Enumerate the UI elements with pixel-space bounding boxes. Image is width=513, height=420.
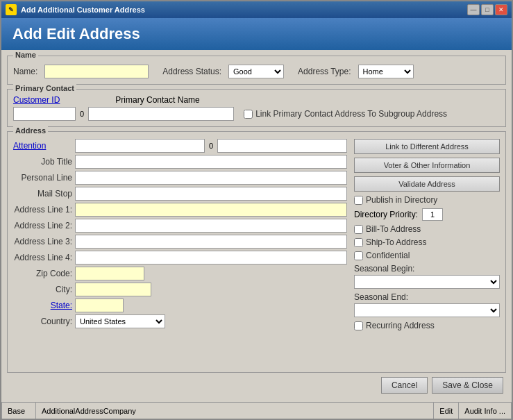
mail-stop-label: Mail Stop [13, 189, 72, 199]
window-title: Add Additional Customer Address [21, 6, 145, 14]
state-link[interactable]: State: [51, 301, 72, 310]
attention-link[interactable]: Attention [13, 141, 46, 151]
personal-line-input[interactable] [75, 171, 347, 185]
country-row: Country: United States Canada Mexico [13, 314, 347, 328]
title-bar: ✎ Add Additional Customer Address — □ ✕ [1, 1, 512, 18]
recurring-label: Recurring Address [366, 321, 435, 330]
state-row: State: [13, 299, 347, 312]
bill-to-checkbox[interactable] [354, 225, 363, 234]
addr3-label: Address Line 3: [13, 237, 72, 246]
address-group-label: Address [13, 126, 48, 135]
app-icon: ✎ [6, 4, 17, 15]
page-header: Add Edit Address [1, 18, 512, 50]
bill-to-row: Bill-To Address [354, 224, 500, 234]
publish-row: Publish in Directory [354, 195, 500, 205]
city-input[interactable] [75, 283, 151, 296]
state-input[interactable] [75, 299, 124, 312]
address-status-select[interactable]: Good Bad Unknown [228, 65, 284, 78]
bill-to-label: Bill-To Address [366, 224, 421, 234]
primary-contact-group: Primary Contact Customer ID Primary Cont… [7, 89, 506, 127]
personal-line-label: Personal Line [13, 173, 72, 183]
validate-address-button[interactable]: Validate Address [354, 176, 500, 192]
zip-row: Zip Code: [13, 267, 347, 280]
country-select[interactable]: United States Canada Mexico [75, 314, 165, 328]
customer-id-link[interactable]: Customer ID [13, 95, 60, 105]
seasonal-begin-section: Seasonal Begin: [354, 264, 500, 289]
directory-priority-input[interactable] [422, 208, 443, 221]
status-base: Base [1, 403, 36, 419]
directory-priority-label: Directory Priority: [354, 210, 418, 219]
save-close-button[interactable]: Save & Close [432, 377, 503, 394]
status-bar: Base AdditionalAddressCompany Edit Audit… [1, 402, 512, 419]
minimize-button[interactable]: — [467, 4, 480, 15]
title-bar-buttons: — □ ✕ [467, 4, 507, 15]
mail-stop-input[interactable] [75, 187, 347, 201]
ship-to-label: Ship-To Address [366, 237, 426, 247]
zip-input[interactable] [75, 267, 144, 280]
name-group-label: Name [13, 51, 38, 59]
addr4-input[interactable] [75, 251, 347, 264]
address-type-label: Address Type: [298, 67, 351, 76]
addr1-input[interactable] [75, 203, 347, 217]
maximize-button[interactable]: □ [481, 4, 494, 15]
personal-line-row: Personal Line [13, 171, 347, 185]
customer-id-input[interactable] [13, 107, 76, 121]
customer-id-num: 0 [78, 110, 85, 118]
job-title-row: Job Title [13, 155, 347, 169]
addr3-input[interactable] [75, 235, 347, 249]
address-left-panel: Attention 0 Job Title Personal Line [13, 139, 347, 330]
primary-contact-name-label: Primary Contact Name [115, 95, 199, 105]
ship-to-checkbox[interactable] [354, 238, 363, 247]
status-module: AdditionalAddressCompany [36, 407, 433, 415]
addr2-row: Address Line 2: [13, 219, 347, 233]
link-subgroup-checkbox[interactable] [244, 110, 253, 119]
zip-label: Zip Code: [13, 269, 72, 278]
primary-contact-name-input[interactable] [88, 107, 234, 121]
voter-info-button[interactable]: Voter & Other Information [354, 158, 500, 173]
status-edit[interactable]: Edit [433, 403, 459, 419]
attention-ext-input[interactable] [217, 139, 347, 153]
name-input[interactable] [44, 65, 149, 78]
recurring-checkbox[interactable] [354, 321, 363, 330]
recurring-row: Recurring Address [354, 321, 500, 330]
addr3-row: Address Line 3: [13, 235, 347, 249]
header-title: Add Edit Address [12, 25, 140, 42]
attention-input[interactable] [75, 139, 205, 153]
attention-num: 0 [208, 142, 215, 150]
ship-to-row: Ship-To Address [354, 237, 500, 247]
bottom-buttons: Cancel Save & Close [7, 377, 506, 396]
primary-contact-label: Primary Contact [13, 84, 76, 92]
addr2-label: Address Line 2: [13, 221, 72, 230]
directory-priority-row: Directory Priority: [354, 208, 500, 221]
mail-stop-row: Mail Stop [13, 187, 347, 201]
address-type-select[interactable]: Home Work Other [358, 65, 414, 78]
link-different-address-button[interactable]: Link to Different Address [354, 139, 500, 154]
confidential-checkbox[interactable] [354, 251, 363, 260]
publish-label: Publish in Directory [366, 195, 437, 205]
city-label: City: [13, 285, 72, 294]
status-audit[interactable]: Audit Info ... [459, 403, 512, 419]
address-right-panel: Link to Different Address Voter & Other … [354, 139, 500, 330]
addr4-row: Address Line 4: [13, 251, 347, 264]
seasonal-end-section: Seasonal End: [354, 292, 500, 317]
addr1-row: Address Line 1: [13, 203, 347, 217]
publish-checkbox[interactable] [354, 196, 363, 205]
addr1-label: Address Line 1: [13, 205, 72, 215]
name-group: Name Name: Address Status: Good Bad Unkn… [7, 56, 506, 85]
cancel-button[interactable]: Cancel [381, 377, 428, 394]
close-button[interactable]: ✕ [495, 4, 507, 15]
job-title-input[interactable] [75, 155, 347, 169]
country-label: Country: [13, 317, 72, 326]
job-title-label: Job Title [13, 157, 72, 167]
name-label: Name: [13, 67, 37, 76]
addr2-input[interactable] [75, 219, 347, 233]
seasonal-end-select[interactable] [354, 303, 500, 317]
seasonal-begin-label: Seasonal Begin: [354, 264, 500, 274]
address-group: Address Attention 0 Job Title [7, 131, 506, 373]
main-content: Name Name: Address Status: Good Bad Unkn… [1, 50, 512, 402]
city-row: City: [13, 283, 347, 296]
seasonal-begin-select[interactable] [354, 275, 500, 289]
attention-row: Attention 0 [13, 139, 347, 153]
seasonal-end-label: Seasonal End: [354, 292, 500, 302]
addr4-label: Address Line 4: [13, 253, 72, 262]
